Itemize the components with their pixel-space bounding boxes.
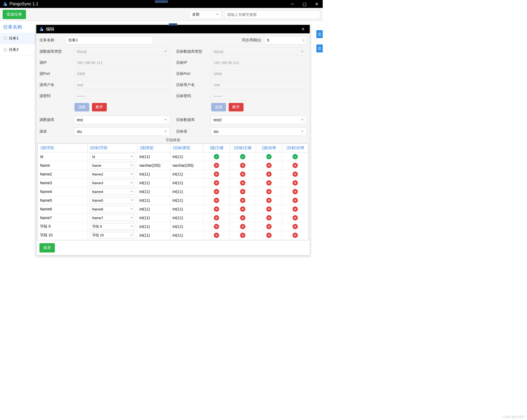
src-port-input[interactable]: 3306 <box>74 70 170 78</box>
src-user-input[interactable]: root <box>74 81 170 89</box>
cross-icon <box>293 180 298 186</box>
cross-icon <box>214 198 219 203</box>
src-ip-input[interactable]: 192.168.50.121 <box>74 58 170 67</box>
tgt-field-select[interactable]: Name <box>90 162 135 169</box>
cross-icon <box>240 171 245 177</box>
src-connect-button[interactable]: 连接 <box>74 103 89 111</box>
tgt-user-input[interactable]: root <box>211 81 307 89</box>
tgt-port-input[interactable]: 3306 <box>211 70 307 78</box>
tgt-field-select[interactable]: Id <box>90 153 135 160</box>
tgt-ai-cell <box>282 179 308 187</box>
src-field-cell: 字段 9 <box>38 222 88 231</box>
drag-grip-icon <box>155 1 168 3</box>
tgt-field-select[interactable]: 字段 9 <box>90 223 135 230</box>
tgt-pwd-input[interactable] <box>211 92 307 100</box>
cross-icon <box>214 189 219 194</box>
chevron-down-icon <box>130 200 133 201</box>
src-db-select[interactable]: test <box>74 116 170 124</box>
minimize-button[interactable]: ─ <box>286 0 298 8</box>
svg-point-3 <box>40 27 42 29</box>
src-pk-cell <box>203 196 230 205</box>
spinner-down-icon[interactable] <box>303 40 305 42</box>
log-button[interactable]: 志 <box>316 30 323 38</box>
cross-icon <box>240 189 245 194</box>
tgt-disconnect-button[interactable]: 断开 <box>229 103 243 111</box>
tgt-ai-cell <box>282 205 308 214</box>
src-pk-cell <box>203 170 230 179</box>
tgt-field-select[interactable]: Name7 <box>90 215 135 221</box>
app-title: PanguSync 1.1 <box>10 2 38 6</box>
src-db-label: 源数据库 <box>39 118 71 122</box>
tgt-field-select[interactable]: Name2 <box>90 171 135 177</box>
src-ai-cell <box>256 170 282 179</box>
tgt-ai-cell <box>282 214 308 222</box>
cross-icon <box>214 206 219 212</box>
tgt-field-select[interactable]: Name3 <box>90 180 135 186</box>
tgt-pk-cell <box>230 196 256 205</box>
src-type-cell: int(11) <box>137 231 170 240</box>
tgt-ip-input[interactable]: 192.168.50.121 <box>211 58 307 67</box>
cross-icon <box>293 224 298 229</box>
drag-grip-icon <box>169 23 177 25</box>
tgt-ai-cell <box>282 161 308 170</box>
close-button[interactable]: ✕ <box>311 0 323 8</box>
tgt-dbtype-select[interactable]: Mysql <box>211 47 307 56</box>
chevron-down-icon <box>301 119 304 121</box>
task-item[interactable]: 任务2 <box>0 44 36 56</box>
src-field-cell: Name6 <box>38 205 88 214</box>
svg-point-5 <box>42 29 43 31</box>
table-row: Name6 Name6 int(11) int(11) <box>38 205 308 214</box>
src-pwd-input[interactable] <box>74 92 170 100</box>
src-disconnect-button[interactable]: 断开 <box>92 103 107 111</box>
titlebar: PanguSync 1.1 ─ ▢ ✕ <box>0 0 323 8</box>
src-type-cell: varchar(255) <box>137 161 170 170</box>
chevron-down-icon <box>130 156 133 157</box>
src-ai-cell <box>256 187 282 196</box>
tgt-type-cell: int(11) <box>170 214 203 222</box>
cross-icon <box>293 206 298 212</box>
src-table-select[interactable]: stu <box>74 127 170 136</box>
search-input[interactable] <box>224 10 320 19</box>
table-row: Name Name varchar(255) varchar(255) <box>38 161 308 170</box>
tgt-db-select[interactable]: test2 <box>211 116 307 124</box>
tgt-table-select[interactable]: stu <box>211 127 307 136</box>
src-dbtype-select[interactable]: Mysql <box>74 47 170 56</box>
tgt-type-cell: int(11) <box>170 222 203 231</box>
src-ai-cell <box>256 161 282 170</box>
sync-period-input[interactable]: 5 <box>264 36 307 44</box>
task-name-input[interactable] <box>65 36 153 44</box>
cross-icon <box>266 233 272 238</box>
tgt-pk-cell <box>230 152 256 161</box>
tgt-field-select[interactable]: 字段 10 <box>90 232 135 238</box>
tgt-field-select[interactable]: Name6 <box>90 206 135 212</box>
src-type-cell: int(11) <box>137 222 170 231</box>
tgt-user-label: 目标用户名 <box>176 83 207 87</box>
src-field-cell: Name2 <box>38 170 88 179</box>
chevron-down-icon <box>216 14 219 15</box>
chevron-down-icon <box>164 131 167 132</box>
tgt-type-cell: int(11) <box>170 170 203 179</box>
chevron-down-icon <box>130 165 133 166</box>
task-item[interactable]: 任务1 <box>0 33 36 44</box>
save-button[interactable]: 保存 <box>39 243 55 252</box>
add-task-button[interactable]: 添加任务 <box>3 10 26 19</box>
tgt-type-cell: int(11) <box>170 205 203 214</box>
log-button[interactable]: 志 <box>316 44 323 52</box>
src-pwd-label: 源密码 <box>39 94 71 98</box>
col-src-field: (源)字段 <box>38 144 88 152</box>
maximize-button[interactable]: ▢ <box>298 0 311 8</box>
check-icon <box>240 154 245 159</box>
src-ai-cell <box>256 179 282 187</box>
tgt-field-select[interactable]: Name5 <box>90 197 135 204</box>
cross-icon <box>293 163 298 168</box>
chevron-down-icon <box>130 234 133 236</box>
tgt-dbtype-label: 目标数据库类型 <box>176 49 207 54</box>
filter-select[interactable]: 全部 <box>189 10 222 19</box>
tgt-field-select[interactable]: Name4 <box>90 188 135 195</box>
chevron-down-icon <box>130 182 133 184</box>
src-ai-cell <box>256 231 282 240</box>
spinner-up-icon[interactable] <box>303 39 305 40</box>
tgt-connect-button[interactable]: 连接 <box>211 103 226 111</box>
close-icon[interactable]: ✕ <box>299 27 307 31</box>
src-ai-cell <box>256 152 282 161</box>
